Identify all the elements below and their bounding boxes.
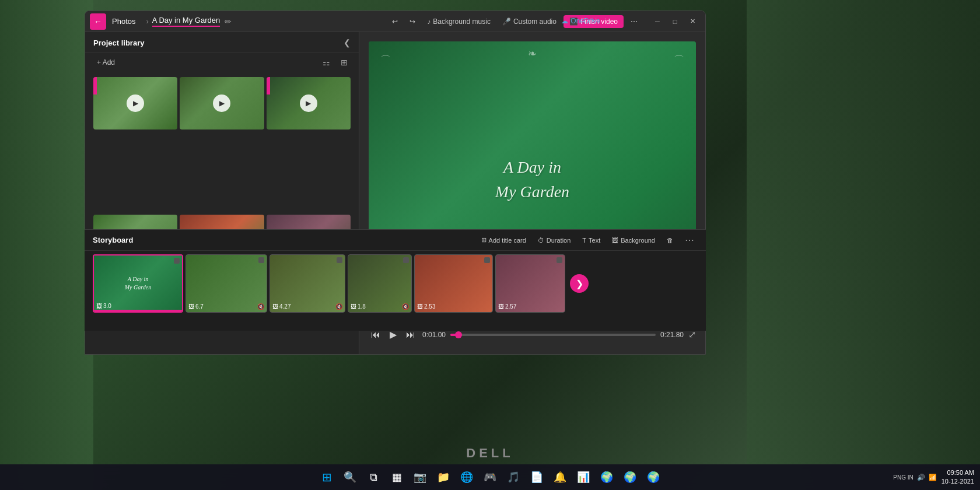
camera-button[interactable]: 📷 [410, 467, 430, 488]
duration-button[interactable]: ⏱ Duration [534, 235, 575, 246]
maximize-button[interactable]: □ [667, 13, 683, 30]
docs-button[interactable]: 📄 [526, 467, 547, 488]
ornament-top-center: ❧ [528, 47, 537, 60]
onedrive-icon: ☁ [561, 17, 568, 25]
clip-corner-3 [337, 257, 342, 263]
window-controls: ─ □ ✕ [649, 13, 701, 30]
clip-duration-5: 🖼 2.53 [417, 303, 435, 310]
delete-clip-button[interactable]: 🗑 [663, 235, 677, 246]
task-view-button[interactable]: ⧉ [363, 467, 384, 488]
media-thumb-1[interactable]: ▶ [93, 77, 177, 130]
storyboard-clip-2[interactable]: 🖼 6.7 🔇 [186, 254, 267, 313]
back-button[interactable]: ← [90, 13, 106, 30]
music-icon: ♪ [427, 18, 430, 26]
breadcrumb-separator: › [146, 17, 148, 26]
minimize-button[interactable]: ─ [649, 13, 666, 30]
title-bar: ← Photos ☁ OneDrive › A Day in My Garden… [85, 11, 705, 32]
media-thumb-3[interactable]: ▶ [267, 77, 351, 130]
title-card-icon: ⊞ [481, 236, 487, 244]
total-duration: 0:21.80 [660, 331, 684, 339]
duration-icon: ⏱ [538, 237, 544, 244]
taskbar: ⊞ 🔍 ⧉ ▦ 📷 📁 🌐 🎮 🎵 📄 🔔 📊 🌍 🌍 🌍 PNG IN 🔊 📶… [0, 464, 980, 490]
video-title-text: A Day in My Garden [495, 155, 569, 204]
notifications-button[interactable]: 🔔 [550, 467, 570, 488]
undo-icon: ↩ [392, 18, 398, 26]
edit-title-icon[interactable]: ✏ [225, 17, 232, 26]
system-clock[interactable]: 09:50 AM 10-12-2021 [942, 468, 974, 487]
view-list-button[interactable]: ⚏ [320, 56, 333, 69]
add-media-button[interactable]: + Add [93, 57, 118, 68]
clip-mute-4: 🔇 [402, 303, 409, 310]
lang-indicator: PNG IN [893, 474, 913, 481]
close-button[interactable]: ✕ [684, 13, 701, 30]
clip-duration-1: 🖼 3.0 [96, 303, 111, 309]
taskbar-center: ⊞ 🔍 ⧉ ▦ 📷 📁 🌐 🎮 🎵 📄 🔔 📊 🌍 🌍 🌍 [316, 467, 664, 488]
media-thumb-2[interactable]: ▶ [180, 77, 264, 130]
clip-corner-4 [403, 257, 409, 263]
clip-mute-2: 🔇 [257, 303, 264, 310]
dell-logo: DELL [466, 446, 513, 461]
storyboard-section: Storyboard ⊞ Add title card ⏱ Duration T… [85, 229, 706, 331]
text-button[interactable]: T Text [579, 235, 604, 246]
ornament-top-left: ⌒ [380, 53, 391, 67]
pink-bar-3 [267, 77, 270, 94]
collapse-button[interactable]: ❮ [344, 38, 351, 47]
redo-button[interactable]: ↪ [405, 15, 420, 28]
storyboard-title: Storyboard [93, 236, 133, 244]
app-name: Photos [112, 17, 135, 26]
bg-music-button[interactable]: ♪ Background music [422, 15, 495, 28]
chrome-dev-button[interactable]: 🌍 [643, 467, 664, 488]
storyboard-clip-3[interactable]: 🖼 4.27 🔇 [270, 254, 345, 313]
redo-icon: ↪ [410, 18, 415, 26]
play-overlay-2: ▶ [213, 94, 230, 112]
breadcrumb-current: A Day in My Garden [152, 16, 220, 27]
volume-icon[interactable]: 🔊 [917, 474, 925, 481]
view-grid-button[interactable]: ⊞ [338, 56, 351, 69]
photos-pinned[interactable]: 📊 [573, 467, 594, 488]
storyboard-header: Storyboard ⊞ Add title card ⏱ Duration T… [85, 230, 706, 251]
edge-button[interactable]: 🌐 [456, 467, 477, 488]
file-explorer-button[interactable]: 📁 [433, 467, 454, 488]
clip-duration-6: 🖼 2.57 [498, 303, 516, 310]
delete-icon: 🗑 [667, 237, 673, 244]
progress-bar[interactable] [450, 334, 656, 336]
storyboard-clip-6[interactable]: 🖼 2.57 [495, 254, 565, 313]
clip-duration-4: 🖼 1.8 [351, 303, 366, 310]
storyboard-next-button[interactable]: ❯ [570, 274, 589, 293]
clip-mute-3: 🔇 [335, 303, 342, 310]
clip-corner-2 [258, 257, 264, 263]
xbox-button[interactable]: 🎮 [480, 467, 501, 488]
clip-duration-3: 🖼 4.27 [272, 303, 290, 310]
storyboard-more-button[interactable]: ⋯ [681, 233, 698, 247]
background-button[interactable]: 🖼 Background [608, 235, 659, 246]
storyboard-track: A Day inMy Garden 🖼 3.0 🖼 6.7 🔇 🖼 [85, 251, 706, 316]
taskbar-right: PNG IN 🔊 📶 09:50 AM 10-12-2021 [893, 468, 974, 487]
chrome-button[interactable]: 🌍 [596, 467, 617, 488]
more-options-button[interactable]: ⋯ [626, 15, 642, 28]
start-button[interactable]: ⊞ [316, 467, 337, 488]
search-button[interactable]: 🔍 [340, 467, 360, 488]
storyboard-clip-4[interactable]: 🖼 1.8 🔇 [348, 254, 412, 313]
project-library-title: Project library [93, 38, 144, 47]
current-time: 0:01.00 [422, 331, 446, 339]
widgets-button[interactable]: ▦ [386, 467, 407, 488]
system-tray: PNG IN 🔊 📶 [893, 474, 936, 481]
back-icon: ← [94, 17, 102, 26]
clip-duration-2: 🖼 6.7 [188, 303, 204, 310]
custom-audio-button[interactable]: 🎤 Custom audio [498, 15, 561, 28]
play-overlay-3: ▶ [300, 94, 317, 112]
undo-button[interactable]: ↩ [387, 15, 402, 28]
storyboard-clip-1[interactable]: A Day inMy Garden 🖼 3.0 [93, 254, 183, 313]
clip-corner-6 [556, 257, 562, 263]
spotify-button[interactable]: 🎵 [503, 467, 524, 488]
network-icon[interactable]: 📶 [929, 474, 937, 481]
progress-dot [455, 331, 462, 338]
title-bar-actions: ↩ ↪ ♪ Background music 🎤 Custom audio ⬛ … [387, 13, 701, 30]
project-library-header: Project library ❮ [85, 32, 359, 52]
clip-corner-5 [484, 257, 490, 263]
add-title-card-button[interactable]: ⊞ Add title card [478, 235, 530, 246]
pink-bar [93, 77, 97, 94]
storyboard-clip-5[interactable]: 🖼 2.53 [414, 254, 493, 313]
chrome-canary-button[interactable]: 🌍 [620, 467, 640, 488]
clip-corner [174, 258, 180, 264]
